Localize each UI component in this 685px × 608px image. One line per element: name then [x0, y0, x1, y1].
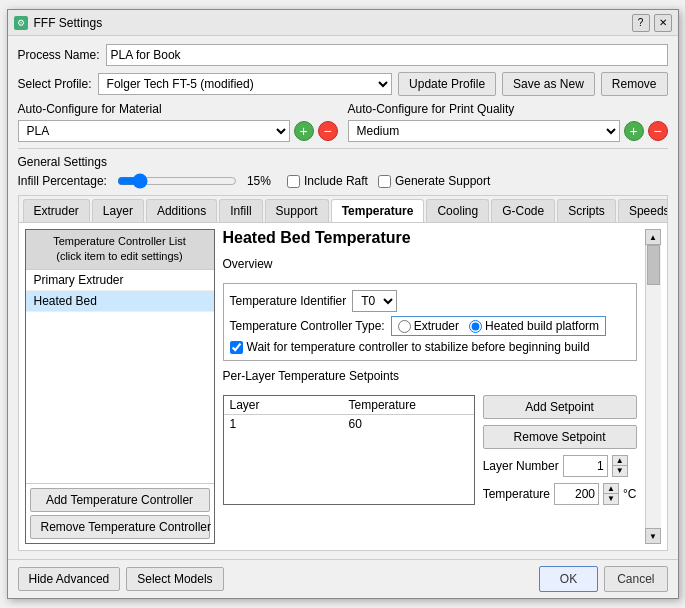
temperature-cell: 60	[349, 417, 468, 431]
generate-support-checkbox[interactable]	[378, 175, 391, 188]
left-panel-header: Temperature Controller List (click item …	[26, 230, 214, 270]
auto-configure-quality: Auto-Configure for Print Quality Fine Me…	[348, 102, 668, 142]
add-temperature-controller-button[interactable]: Add Temperature Controller	[30, 488, 210, 512]
remove-button[interactable]: Remove	[601, 72, 668, 96]
tab-temperature[interactable]: Temperature	[331, 199, 425, 223]
wait-stabilize-checkbox[interactable]	[230, 341, 243, 354]
title-bar: ⚙ FFF Settings ? ✕	[8, 10, 678, 36]
quality-add-button[interactable]: +	[624, 121, 644, 141]
list-item-primary-extruder[interactable]: Primary Extruder	[26, 270, 214, 291]
infill-percentage: 15%	[247, 174, 277, 188]
quality-select[interactable]: Fine Medium Draft	[348, 120, 620, 142]
temperature-identifier-row: Temperature Identifier T0 T1	[230, 290, 630, 312]
temperature-up[interactable]: ▲	[604, 484, 618, 494]
extruder-radio[interactable]	[398, 320, 411, 333]
cancel-button[interactable]: Cancel	[604, 566, 667, 592]
temperature-controller-list: Temperature Controller List (click item …	[25, 229, 215, 544]
layer-number-row: Layer Number ▲ ▼	[483, 455, 637, 477]
tab-additions[interactable]: Additions	[146, 199, 217, 222]
close-button[interactable]: ✕	[654, 14, 672, 32]
auto-configure-row: Auto-Configure for Material PLA ABS PETG…	[18, 102, 668, 142]
tab-gcode[interactable]: G-Code	[491, 199, 555, 222]
layer-number-input[interactable]	[563, 455, 608, 477]
process-name-row: Process Name:	[18, 44, 668, 66]
bottom-left-buttons: Hide Advanced Select Models	[18, 567, 224, 591]
window-title: FFF Settings	[34, 16, 103, 30]
controller-type-row: Temperature Controller Type: Extruder He…	[230, 316, 630, 336]
tab-speeds[interactable]: Speeds	[618, 199, 667, 222]
heated-platform-radio[interactable]	[469, 320, 482, 333]
profile-select[interactable]: Folger Tech FT-5 (modified)	[98, 73, 393, 95]
quality-remove-button[interactable]: −	[648, 121, 668, 141]
material-add-button[interactable]: +	[294, 121, 314, 141]
window-icon: ⚙	[14, 16, 28, 30]
save-as-new-button[interactable]: Save as New	[502, 72, 595, 96]
controller-type-label: Temperature Controller Type:	[230, 319, 385, 333]
tab-infill[interactable]: Infill	[219, 199, 262, 222]
table-header: Layer Temperature	[224, 396, 474, 415]
process-name-input[interactable]	[106, 44, 668, 66]
layer-number-up[interactable]: ▲	[613, 456, 627, 466]
heated-bed-settings: Heated Bed Temperature Overview Temperat…	[223, 229, 637, 544]
remove-temperature-controller-button[interactable]: Remove Temperature Controller	[30, 515, 210, 539]
heated-platform-radio-label: Heated build platform	[469, 319, 599, 333]
setpoint-controls: Add Setpoint Remove Setpoint Layer Numbe…	[483, 395, 637, 505]
process-name-label: Process Name:	[18, 48, 100, 62]
infill-label: Infill Percentage:	[18, 174, 107, 188]
auto-configure-material: Auto-Configure for Material PLA ABS PETG…	[18, 102, 338, 142]
quality-label: Auto-Configure for Print Quality	[348, 102, 668, 116]
per-layer-section: Layer Temperature 1 60 Add Setpoint Remo…	[223, 395, 637, 505]
layer-number-down[interactable]: ▼	[613, 466, 627, 476]
material-select[interactable]: PLA ABS PETG	[18, 120, 290, 142]
include-raft-label: Include Raft	[287, 174, 368, 188]
ok-button[interactable]: OK	[539, 566, 598, 592]
general-settings-section: General Settings Infill Percentage: 15% …	[18, 148, 668, 189]
left-panel-buttons: Add Temperature Controller Remove Temper…	[26, 483, 214, 543]
temperature-identifier-label: Temperature Identifier	[230, 294, 347, 308]
material-remove-button[interactable]: −	[318, 121, 338, 141]
remove-setpoint-button[interactable]: Remove Setpoint	[483, 425, 637, 449]
bottom-bar: Hide Advanced Select Models OK Cancel	[8, 559, 678, 598]
infill-slider[interactable]	[117, 173, 237, 189]
vertical-scrollbar: ▲ ▼	[645, 229, 661, 544]
per-layer-label: Per-Layer Temperature Setpoints	[223, 369, 637, 383]
scroll-track[interactable]	[646, 245, 661, 528]
select-models-button[interactable]: Select Models	[126, 567, 223, 591]
temperature-down[interactable]: ▼	[604, 494, 618, 504]
bottom-right-buttons: OK Cancel	[539, 566, 668, 592]
scroll-up-button[interactable]: ▲	[645, 229, 661, 245]
temperature-value-row: Temperature ▲ ▼ °C	[483, 483, 637, 505]
list-item-heated-bed[interactable]: Heated Bed	[26, 291, 214, 312]
controller-list: Primary Extruder Heated Bed	[26, 270, 214, 483]
main-content: Process Name: Select Profile: Folger Tec…	[8, 36, 678, 559]
include-raft-checkbox[interactable]	[287, 175, 300, 188]
tab-layer[interactable]: Layer	[92, 199, 144, 222]
hide-advanced-button[interactable]: Hide Advanced	[18, 567, 121, 591]
generate-support-label: Generate Support	[378, 174, 490, 188]
tab-support[interactable]: Support	[265, 199, 329, 222]
general-settings-label: General Settings	[18, 155, 668, 169]
infill-row: Infill Percentage: 15% Include Raft Gene…	[18, 173, 668, 189]
material-label: Auto-Configure for Material	[18, 102, 338, 116]
tab-scripts[interactable]: Scripts	[557, 199, 616, 222]
tab-extruder[interactable]: Extruder	[23, 199, 90, 222]
temperature-spinbox: ▲ ▼	[603, 483, 619, 505]
temperature-input[interactable]	[554, 483, 599, 505]
layer-header: Layer	[230, 398, 349, 412]
add-setpoint-button[interactable]: Add Setpoint	[483, 395, 637, 419]
temperature-header: Temperature	[349, 398, 468, 412]
table-row[interactable]: 1 60	[224, 415, 474, 433]
update-profile-button[interactable]: Update Profile	[398, 72, 496, 96]
help-button[interactable]: ?	[632, 14, 650, 32]
overview-settings-box: Temperature Identifier T0 T1 Temperature…	[223, 283, 637, 361]
settings-tabs: Extruder Layer Additions Infill Support …	[18, 195, 668, 551]
tab-cooling[interactable]: Cooling	[426, 199, 489, 222]
layer-number-spinbox: ▲ ▼	[612, 455, 628, 477]
panel-title: Heated Bed Temperature	[223, 229, 637, 247]
scroll-thumb[interactable]	[647, 245, 660, 285]
temperature-identifier-select[interactable]: T0 T1	[352, 290, 397, 312]
scroll-down-button[interactable]: ▼	[645, 528, 661, 544]
fff-settings-window: ⚙ FFF Settings ? ✕ Process Name: Select …	[7, 9, 679, 599]
tab-row: Extruder Layer Additions Infill Support …	[19, 196, 667, 223]
wait-checkbox-row: Wait for temperature controller to stabi…	[230, 340, 630, 354]
